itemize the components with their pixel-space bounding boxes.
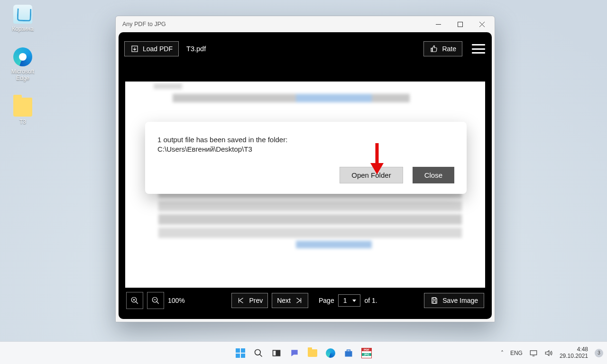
dialog-message-line1: 1 output file has been saved in the fold… xyxy=(157,135,454,145)
network-icon[interactable] xyxy=(529,349,538,357)
dialog-message-line2: C:\Users\Евгений\Desktop\Т3 xyxy=(157,145,454,154)
notification-center[interactable]: 3 xyxy=(595,349,603,357)
pdf-jpg-icon: PDFJPG xyxy=(361,348,372,358)
rate-label: Rate xyxy=(442,45,456,53)
edge-icon xyxy=(326,348,335,358)
menu-button[interactable] xyxy=(471,42,486,55)
thumbs-up-icon xyxy=(430,45,438,53)
file-name: T3.pdf xyxy=(186,45,206,53)
task-view-button[interactable] xyxy=(270,346,283,360)
recycle-bin[interactable]: Корзина xyxy=(4,5,42,32)
microsoft-edge[interactable]: Microsoft Edge xyxy=(4,47,42,82)
app-toolbar: Load PDF T3.pdf Rate xyxy=(124,38,486,60)
folder-label: Т3 xyxy=(4,118,42,125)
svg-rect-25 xyxy=(277,350,280,356)
folder-icon xyxy=(13,98,32,117)
windows-icon xyxy=(235,348,246,358)
svg-rect-14 xyxy=(433,298,436,300)
volume-icon[interactable] xyxy=(544,349,553,357)
save-image-label: Save Image xyxy=(442,297,478,304)
page-current: 1 xyxy=(343,297,347,304)
rate-button[interactable]: Rate xyxy=(423,41,462,56)
folder-t3[interactable]: Т3 xyxy=(4,98,42,125)
svg-line-10 xyxy=(156,301,159,304)
search-button[interactable] xyxy=(252,346,265,360)
edge-label: Microsoft Edge xyxy=(4,68,42,82)
recycle-bin-icon xyxy=(13,5,32,24)
open-folder-button[interactable]: Open Folder xyxy=(340,167,403,183)
svg-rect-21 xyxy=(241,354,245,358)
svg-rect-20 xyxy=(236,354,240,358)
svg-rect-1 xyxy=(458,22,462,27)
next-label: Next xyxy=(277,297,291,304)
edge-icon xyxy=(13,47,32,66)
tray-chevron-icon[interactable]: ˄ xyxy=(501,350,504,356)
time: 4:48 xyxy=(560,346,588,353)
next-icon xyxy=(294,296,303,305)
page-label: Page xyxy=(319,297,334,304)
start-button[interactable] xyxy=(234,346,247,360)
task-view-icon xyxy=(272,348,281,358)
minimize-button[interactable] xyxy=(427,16,449,32)
next-button[interactable]: Next xyxy=(272,293,308,308)
zoom-in-button[interactable] xyxy=(126,292,143,309)
svg-line-6 xyxy=(136,301,138,304)
close-button[interactable] xyxy=(471,16,493,32)
load-icon xyxy=(130,45,139,53)
notif-count: 3 xyxy=(598,350,600,355)
prev-label: Prev xyxy=(249,297,263,304)
svg-point-22 xyxy=(255,349,261,355)
titlebar[interactable]: Any PDF to JPG xyxy=(116,16,495,32)
svg-rect-27 xyxy=(530,350,537,355)
save-icon xyxy=(430,296,439,305)
prev-icon xyxy=(237,296,245,305)
clock[interactable]: 4:48 29.10.2021 xyxy=(560,346,588,360)
zoom-out-button[interactable] xyxy=(147,292,164,309)
prev-button[interactable]: Prev xyxy=(231,293,268,308)
window-title: Any PDF to JPG xyxy=(122,21,166,27)
svg-marker-29 xyxy=(545,350,549,355)
svg-rect-15 xyxy=(433,301,436,303)
svg-rect-18 xyxy=(236,348,240,353)
load-pdf-label: Load PDF xyxy=(143,45,173,53)
save-image-button[interactable]: Save Image xyxy=(424,293,484,308)
page-select[interactable]: 1 xyxy=(338,294,361,307)
edge-taskbar-button[interactable] xyxy=(324,346,337,360)
svg-rect-26 xyxy=(345,351,352,356)
svg-rect-19 xyxy=(241,348,245,353)
maximize-button[interactable] xyxy=(449,16,471,32)
svg-line-23 xyxy=(260,354,262,356)
file-explorer-button[interactable] xyxy=(306,346,319,360)
chat-icon xyxy=(290,348,299,358)
close-dialog-button[interactable]: Close xyxy=(413,167,454,183)
svg-rect-24 xyxy=(273,350,276,356)
close-dialog-label: Close xyxy=(424,171,442,179)
save-result-dialog: 1 output file has been saved in the fold… xyxy=(145,122,467,194)
store-icon xyxy=(344,348,353,358)
load-pdf-button[interactable]: Load PDF xyxy=(124,41,179,56)
pdf-app-button[interactable]: PDFJPG xyxy=(360,346,373,360)
language-indicator[interactable]: ENG xyxy=(510,350,523,356)
search-icon xyxy=(254,348,263,358)
store-button[interactable] xyxy=(342,346,355,360)
folder-icon xyxy=(308,349,317,357)
open-folder-label: Open Folder xyxy=(351,171,391,179)
taskbar: PDFJPG ˄ ENG 4:48 29.10.2021 3 xyxy=(0,341,607,364)
date: 29.10.2021 xyxy=(560,353,588,360)
desktop: Корзина Microsoft Edge Т3 Any PDF to JPG… xyxy=(0,0,607,364)
footer-bar: 100% Prev Next Page 1 of 1. xyxy=(124,288,486,313)
recycle-bin-label: Корзина xyxy=(4,26,42,32)
chat-button[interactable] xyxy=(288,346,301,360)
zoom-value: 100% xyxy=(168,297,185,304)
page-total: of 1. xyxy=(364,297,377,304)
